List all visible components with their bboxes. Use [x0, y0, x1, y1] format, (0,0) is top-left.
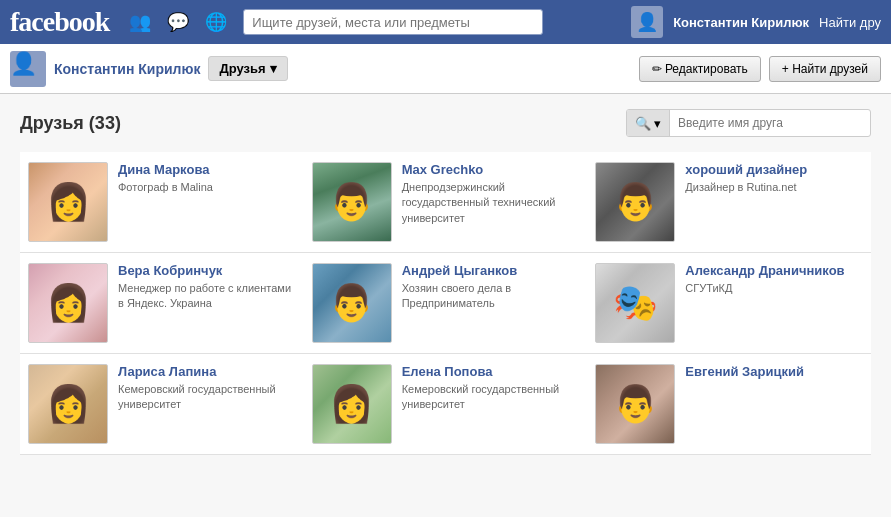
top-navigation: facebook 👥 💬 🌐 👤 Константин Кирилюк Найт…: [0, 0, 891, 44]
friends-nav-icon[interactable]: 👥: [125, 7, 155, 37]
friend-card[interactable]: 👩Лариса ЛапинаКемеровский государственны…: [20, 354, 304, 455]
friend-card[interactable]: 🎭Александр ДраничниковСГУТиКД: [587, 253, 871, 354]
friend-card[interactable]: 👨Евгений Зарицкий: [587, 354, 871, 455]
friend-info: Дина МарковаФотограф в Malina: [118, 162, 296, 195]
friend-name[interactable]: Дина Маркова: [118, 162, 296, 177]
friends-grid: 👩Дина МарковаФотограф в Malina👨Max Grech…: [20, 152, 871, 455]
friend-photo: 👨: [595, 162, 675, 242]
friend-photo: 👨: [595, 364, 675, 444]
friend-card[interactable]: 👩Елена ПоповаКемеровский государственный…: [304, 354, 588, 455]
friend-search-input[interactable]: [670, 116, 870, 130]
friend-detail: Кемеровский государственный университет: [118, 382, 296, 413]
friend-name[interactable]: Андрей Цыганков: [402, 263, 580, 278]
main-content: Друзья (33) 🔍 ▾ 👩Дина МарковаФотограф в …: [0, 94, 891, 517]
search-dropdown-icon: ▾: [654, 116, 661, 131]
friend-photo: 👩: [28, 263, 108, 343]
friend-info: Александр ДраничниковСГУТиКД: [685, 263, 863, 296]
friend-name[interactable]: Александр Драничников: [685, 263, 863, 278]
friend-name[interactable]: Лариса Лапина: [118, 364, 296, 379]
profile-bar-name[interactable]: Константин Кирилюк: [54, 61, 200, 77]
friend-info: Андрей ЦыганковХозяин своего дела в Пред…: [402, 263, 580, 312]
nav-right-section: 👤 Константин Кирилюк Найти дру: [631, 6, 881, 38]
friend-photo: 👩: [28, 364, 108, 444]
friend-info: Евгений Зарицкий: [685, 364, 863, 382]
friend-card[interactable]: 👨Max GrechkoДнепродзержинский государств…: [304, 152, 588, 253]
friend-photo: 👨: [312, 263, 392, 343]
friend-name[interactable]: хороший дизайнер: [685, 162, 863, 177]
friend-search-icon-button[interactable]: 🔍 ▾: [627, 110, 670, 136]
nav-username[interactable]: Константин Кирилюк: [673, 15, 809, 30]
notifications-nav-icon[interactable]: 🌐: [201, 7, 231, 37]
friend-search-container: 🔍 ▾: [626, 109, 871, 137]
profile-bar-avatar: 👤: [10, 51, 46, 87]
friend-card[interactable]: 👨хороший дизайнерДизайнер в Rutina.net: [587, 152, 871, 253]
friend-info: Вера КобринчукМенеджер по работе с клиен…: [118, 263, 296, 312]
facebook-logo[interactable]: facebook: [10, 6, 109, 38]
friend-info: хороший дизайнерДизайнер в Rutina.net: [685, 162, 863, 195]
friend-detail: Днепродзержинский государственный технич…: [402, 180, 580, 226]
nav-find-friends[interactable]: Найти дру: [819, 15, 881, 30]
messages-nav-icon[interactable]: 💬: [163, 7, 193, 37]
friends-tab[interactable]: Друзья ▾: [208, 56, 287, 81]
friend-card[interactable]: 👨Андрей ЦыганковХозяин своего дела в Пре…: [304, 253, 588, 354]
global-search-input[interactable]: [243, 9, 543, 35]
friend-info: Лариса ЛапинаКемеровский государственный…: [118, 364, 296, 413]
search-icon: 🔍: [635, 116, 651, 131]
friends-tab-label: Друзья: [219, 61, 265, 76]
profile-bar: 👤 Константин Кирилюк Друзья ▾ ✏ Редактир…: [0, 44, 891, 94]
friend-name[interactable]: Евгений Зарицкий: [685, 364, 863, 379]
friend-detail: СГУТиКД: [685, 281, 863, 296]
friend-detail: Фотограф в Malina: [118, 180, 296, 195]
friend-info: Max GrechkoДнепродзержинский государстве…: [402, 162, 580, 226]
find-friends-button[interactable]: + Найти друзей: [769, 56, 881, 82]
friends-tab-chevron: ▾: [270, 61, 277, 76]
nav-user-avatar: 👤: [631, 6, 663, 38]
friend-name[interactable]: Елена Попова: [402, 364, 580, 379]
friend-photo: 🎭: [595, 263, 675, 343]
friend-detail: Хозяин своего дела в Предприниматель: [402, 281, 580, 312]
friend-detail: Менеджер по работе с клиентами в Яндекс.…: [118, 281, 296, 312]
friend-photo: 👩: [312, 364, 392, 444]
edit-profile-button[interactable]: ✏ Редактировать: [639, 56, 761, 82]
friend-name[interactable]: Вера Кобринчук: [118, 263, 296, 278]
friend-photo: 👨: [312, 162, 392, 242]
friend-card[interactable]: 👩Дина МарковаФотограф в Malina: [20, 152, 304, 253]
friend-info: Елена ПоповаКемеровский государственный …: [402, 364, 580, 413]
friends-title: Друзья (33): [20, 113, 121, 134]
friend-name[interactable]: Max Grechko: [402, 162, 580, 177]
friend-photo: 👩: [28, 162, 108, 242]
friend-detail: Дизайнер в Rutina.net: [685, 180, 863, 195]
friend-detail: Кемеровский государственный университет: [402, 382, 580, 413]
friend-card[interactable]: 👩Вера КобринчукМенеджер по работе с клие…: [20, 253, 304, 354]
profile-bar-actions: ✏ Редактировать + Найти друзей: [639, 56, 881, 82]
friends-header-row: Друзья (33) 🔍 ▾: [20, 109, 871, 137]
